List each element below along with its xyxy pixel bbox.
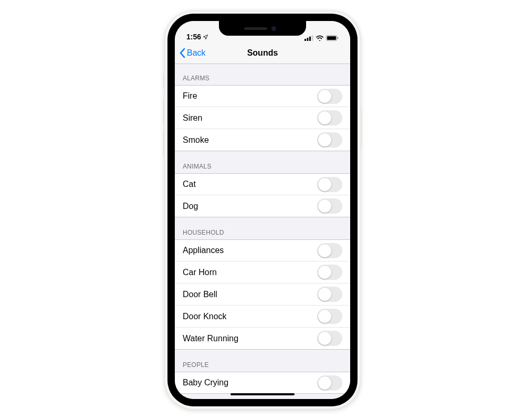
row-label: Door Knock — [183, 312, 227, 321]
back-button[interactable]: Back — [179, 48, 206, 58]
row-fire[interactable]: Fire — [175, 85, 350, 107]
toggle-car-horn[interactable] — [317, 265, 342, 280]
toggle-door-knock[interactable] — [317, 309, 342, 324]
toggle-smoke[interactable] — [317, 132, 342, 148]
section-header-people: PEOPLE — [175, 350, 350, 372]
row-label: Baby Crying — [183, 378, 228, 387]
toggle-cat[interactable] — [317, 177, 342, 192]
row-baby-crying[interactable]: Baby Crying — [175, 372, 350, 394]
notch — [219, 21, 306, 36]
row-label: Fire — [183, 91, 197, 101]
toggle-appliances[interactable] — [317, 243, 342, 258]
row-label: Siren — [183, 113, 202, 123]
phone-bezel: 1:56 — [167, 14, 358, 406]
volume-up-button — [163, 100, 164, 125]
chevron-left-icon — [179, 48, 185, 58]
screen: 1:56 — [175, 21, 350, 399]
location-icon — [203, 34, 208, 40]
home-indicator[interactable] — [230, 393, 295, 395]
svg-rect-0 — [304, 39, 306, 41]
row-siren[interactable]: Siren — [175, 107, 350, 129]
svg-rect-3 — [312, 35, 313, 41]
row-smoke[interactable]: Smoke — [175, 129, 350, 151]
volume-down-button — [163, 130, 164, 155]
svg-rect-1 — [307, 38, 309, 41]
section-header-animals: ANIMALS — [175, 151, 350, 173]
svg-rect-2 — [309, 37, 311, 41]
power-button — [361, 108, 362, 149]
navigation-bar: Back Sounds — [175, 42, 350, 64]
wifi-icon — [316, 35, 324, 41]
svg-rect-6 — [338, 37, 339, 39]
svg-rect-5 — [327, 36, 336, 40]
toggle-water-running[interactable] — [317, 331, 342, 346]
row-dog[interactable]: Dog — [175, 195, 350, 217]
row-label: Door Bell — [183, 290, 217, 299]
toggle-siren[interactable] — [317, 110, 342, 125]
mute-switch-button — [163, 74, 164, 87]
cellular-icon — [304, 35, 313, 41]
row-water-running[interactable]: Water Running — [175, 328, 350, 350]
phone-frame: 1:56 — [164, 10, 361, 410]
section-header-alarms: ALARMS — [175, 64, 350, 85]
page-title: Sounds — [247, 48, 278, 58]
toggle-door-bell[interactable] — [317, 287, 342, 302]
row-label: Smoke — [183, 135, 209, 145]
row-label: Water Running — [183, 334, 238, 343]
section-header-household: HOUSEHOLD — [175, 217, 350, 239]
toggle-dog[interactable] — [317, 198, 342, 214]
row-label: Car Horn — [183, 268, 217, 277]
toggle-baby-crying[interactable] — [317, 375, 342, 391]
row-door-bell[interactable]: Door Bell — [175, 284, 350, 306]
row-label: Cat — [183, 180, 196, 189]
row-car-horn[interactable]: Car Horn — [175, 261, 350, 284]
row-appliances[interactable]: Appliances — [175, 239, 350, 261]
row-cat[interactable]: Cat — [175, 173, 350, 195]
battery-icon — [326, 35, 339, 41]
settings-list[interactable]: ALARMS Fire Siren Smoke ANIMALS Cat — [175, 64, 350, 399]
row-door-knock[interactable]: Door Knock — [175, 306, 350, 328]
row-label: Appliances — [183, 246, 224, 255]
row-label: Dog — [183, 202, 198, 211]
back-label: Back — [187, 48, 206, 58]
toggle-fire[interactable] — [317, 89, 342, 104]
status-time: 1:56 — [186, 33, 201, 41]
